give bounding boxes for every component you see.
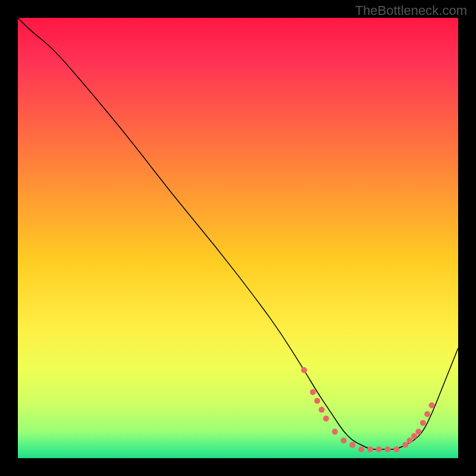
data-dot (424, 411, 430, 417)
data-dot (319, 407, 325, 413)
data-dot (310, 389, 316, 395)
data-dot (358, 446, 364, 452)
data-dot (407, 437, 413, 443)
data-dot (323, 415, 329, 421)
data-dot (332, 429, 338, 435)
data-dot (367, 446, 373, 452)
data-dot (385, 446, 391, 452)
data-dot (314, 398, 320, 404)
data-dot (429, 402, 435, 408)
data-dot (415, 429, 421, 435)
data-dot (402, 442, 408, 448)
data-dot (411, 433, 417, 439)
data-dot (301, 367, 307, 373)
data-dot (341, 437, 347, 443)
data-dot (393, 446, 399, 452)
data-dot (349, 442, 355, 448)
watermark: TheBottleneck.com (355, 3, 467, 18)
data-dot (376, 446, 382, 452)
chart-plot-area (18, 18, 458, 458)
chart-svg (18, 18, 458, 458)
data-dot (420, 420, 426, 426)
